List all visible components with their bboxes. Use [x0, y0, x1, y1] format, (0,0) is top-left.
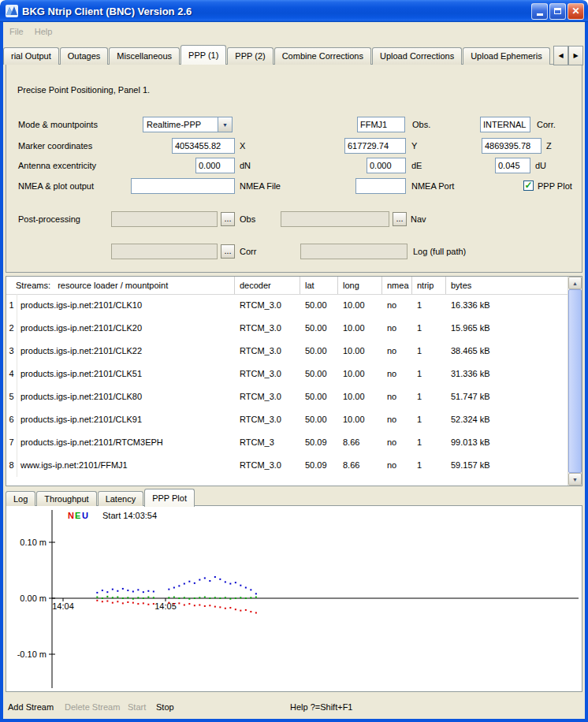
cell-lat: 50.09: [300, 454, 338, 477]
cell-decoder: RTCM_3.0: [235, 385, 300, 408]
cell-nmea: no: [382, 317, 412, 340]
table-row[interactable]: 5products.igs-ip.net:2101/CLK80RTCM_3.05…: [6, 385, 568, 408]
cell-ntrip: 1: [412, 385, 446, 408]
tab-combine-corrections[interactable]: Combine Corrections: [274, 47, 371, 65]
tab-upload-corrections[interactable]: Upload Corrections: [372, 47, 462, 65]
status-bar: Add Stream Delete Stream Start Stop Help…: [3, 697, 585, 717]
marker-x-field[interactable]: [172, 138, 235, 154]
data-point-n: [178, 602, 180, 604]
cell-num: 8: [6, 454, 17, 477]
cell-nmea: no: [382, 385, 412, 408]
data-point-n: [240, 610, 241, 612]
minimize-button[interactable]: [531, 3, 548, 20]
tab-rial-output[interactable]: rial Output: [3, 47, 59, 65]
cell-decoder: RTCM_3: [235, 431, 300, 454]
data-point-n: [209, 605, 210, 606]
cell-num: 2: [6, 317, 17, 340]
dn-field[interactable]: [195, 158, 235, 173]
table-row[interactable]: 3products.igs-ip.net:2101/CLK22RTCM_3.05…: [6, 340, 568, 363]
header-long: long: [338, 277, 382, 294]
browse-nav-button[interactable]: ...: [393, 212, 407, 226]
main-tab-bar: rial OutputOutagesMiscellaneousPPP (1)PP…: [3, 43, 555, 65]
data-point-n: [106, 601, 108, 602]
obs-mountpoint-field[interactable]: [357, 117, 405, 132]
menu-file[interactable]: File: [9, 27, 24, 36]
scrollbar-thumb[interactable]: [568, 289, 582, 473]
data-point-u: [188, 581, 190, 582]
data-point-n: [219, 606, 221, 608]
cell-lat: 50.00: [300, 294, 338, 317]
cell-bytes: 51.747 kB: [446, 385, 568, 408]
data-point-e: [137, 597, 139, 598]
table-row[interactable]: 8www.igs-ip.net:2101/FFMJ1RTCM_3.050.098…: [6, 454, 568, 477]
data-point-n: [112, 602, 114, 604]
stop-button[interactable]: Stop: [156, 702, 174, 712]
close-button[interactable]: ✕: [568, 3, 584, 20]
cell-bytes: 99.013 kB: [446, 431, 568, 454]
data-point-u: [168, 589, 169, 590]
cell-decoder: RTCM_3.0: [235, 294, 300, 317]
table-row[interactable]: 7products.igs-ip.net:2101/RTCM3EPHRTCM_3…: [6, 431, 568, 454]
browse-obs-button[interactable]: ...: [221, 212, 235, 226]
table-row[interactable]: 6products.igs-ip.net:2101/CLK91RTCM_3.05…: [6, 408, 568, 431]
add-stream-button[interactable]: Add Stream: [8, 702, 54, 712]
data-point-e: [178, 597, 180, 599]
cell-mount: products.igs-ip.net:2101/CLK10: [17, 294, 235, 317]
bottom-tab-throughput[interactable]: Throughput: [36, 491, 96, 506]
data-point-n: [96, 600, 98, 601]
cell-lat: 50.00: [300, 340, 338, 363]
data-point-e: [153, 597, 154, 598]
tab-scroll-right-icon[interactable]: ▶: [568, 46, 583, 65]
scroll-up-icon[interactable]: ▲: [568, 277, 582, 289]
data-point-n: [102, 601, 103, 602]
data-point-e: [96, 597, 98, 598]
table-row[interactable]: 2products.igs-ip.net:2101/CLK20RTCM_3.05…: [6, 317, 568, 340]
maximize-button[interactable]: [549, 3, 566, 20]
data-point-u: [245, 587, 247, 589]
nmea-port-field[interactable]: [355, 178, 406, 194]
nmea-file-field[interactable]: [131, 178, 235, 194]
data-point-n: [117, 601, 118, 602]
data-point-e: [255, 597, 257, 598]
du-field[interactable]: [495, 158, 530, 173]
table-row[interactable]: 1products.igs-ip.net:2101/CLK10RTCM_3.05…: [6, 294, 568, 317]
tab-miscellaneous[interactable]: Miscellaneous: [109, 47, 180, 65]
cell-nmea: no: [382, 431, 412, 454]
bottom-tab-latency[interactable]: Latency: [98, 491, 144, 506]
cell-ntrip: 1: [412, 408, 446, 431]
table-scrollbar[interactable]: ▲ ▼: [568, 277, 582, 486]
mode-combobox[interactable]: Realtime-PPP ▼: [143, 117, 233, 132]
ppp-plot-chart: 0.10 m0.00 m-0.10 m14:0414:05NEUStart 14…: [6, 506, 582, 691]
ppp-plot-checkbox[interactable]: ✓: [523, 180, 534, 191]
chevron-down-icon[interactable]: ▼: [218, 117, 232, 132]
marker-z-field[interactable]: [482, 138, 541, 154]
ppp1-panel: Precise Point Positioning, Panel 1. Mode…: [6, 64, 582, 273]
de-field[interactable]: [367, 158, 406, 173]
tab-ppp-1[interactable]: PPP (1): [180, 45, 226, 65]
tab-outages[interactable]: Outages: [60, 47, 109, 65]
browse-corr-button[interactable]: ...: [221, 244, 235, 259]
cell-bytes: 31.336 kB: [446, 363, 568, 385]
tab-scroll-left-icon[interactable]: ◀: [553, 46, 568, 65]
start-button: Start: [128, 702, 146, 712]
corr-mountpoint-field[interactable]: [480, 117, 530, 132]
data-point-n: [250, 611, 251, 612]
data-point-e: [214, 597, 216, 598]
data-point-u: [102, 590, 103, 591]
data-point-e: [127, 597, 128, 598]
x-tick-label: 14:05: [154, 601, 177, 611]
marker-y-field[interactable]: [344, 138, 406, 154]
data-point-n: [168, 602, 169, 604]
post-corr-label: Corr: [240, 244, 256, 259]
scroll-down-icon[interactable]: ▼: [568, 473, 582, 486]
data-point-e: [117, 597, 118, 598]
data-point-e: [143, 597, 144, 599]
table-row[interactable]: 4products.igs-ip.net:2101/CLK51RTCM_3.05…: [6, 363, 568, 385]
tab-ppp-2[interactable]: PPP (2): [227, 47, 273, 65]
bottom-tab-ppp-plot[interactable]: PPP Plot: [144, 489, 195, 507]
data-point-e: [168, 597, 169, 598]
bottom-tab-log[interactable]: Log: [6, 491, 35, 506]
tab-upload-ephemeris[interactable]: Upload Ephemeris: [463, 47, 550, 65]
menu-help[interactable]: Help: [35, 27, 53, 36]
cell-mount: products.igs-ip.net:2101/CLK22: [17, 340, 235, 363]
